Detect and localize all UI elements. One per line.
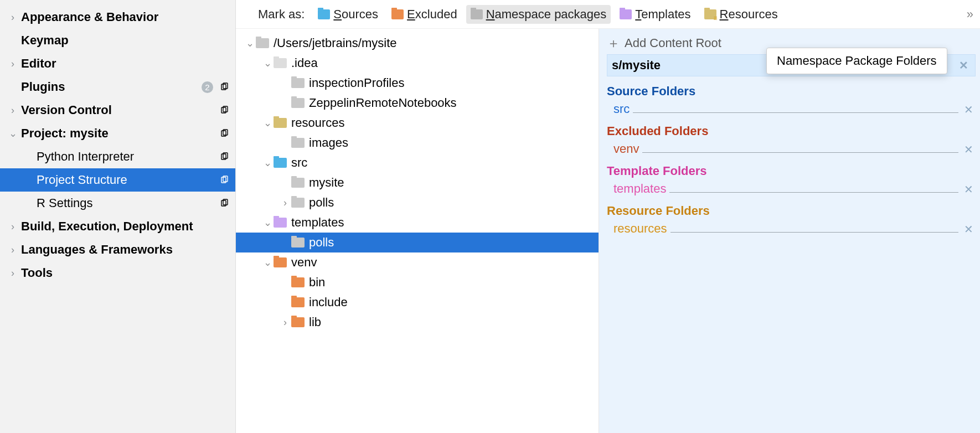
chevron-down-icon[interactable]: ⌄ bbox=[261, 117, 274, 129]
folder-entry[interactable]: venv✕ bbox=[607, 141, 976, 156]
folder-entry-name: templates bbox=[613, 182, 666, 196]
sidebar-item-project-structure[interactable]: Project Structure bbox=[0, 168, 235, 192]
tree-row-name: polls bbox=[309, 195, 334, 210]
chevron-down-icon[interactable]: ⌄ bbox=[261, 157, 274, 169]
folders-section: Source Folderssrc✕ bbox=[607, 84, 976, 116]
sidebar-item-label: Tools bbox=[21, 266, 230, 280]
tree-row[interactable]: ›lib bbox=[236, 312, 599, 332]
sidebar-item-label: Languages & Frameworks bbox=[21, 243, 230, 257]
tree-row-name: src bbox=[291, 156, 307, 170]
sidebar-item-label: Project: mysite bbox=[21, 126, 219, 141]
tree-row[interactable]: inspectionProfiles bbox=[236, 73, 599, 93]
remove-folder-icon[interactable]: ✕ bbox=[962, 183, 976, 196]
chevron-right-icon: › bbox=[4, 58, 21, 70]
folder-icon bbox=[274, 118, 287, 128]
tree-row[interactable]: ⌄.idea bbox=[236, 53, 599, 73]
remove-folder-icon[interactable]: ✕ bbox=[962, 103, 976, 116]
section-heading: Template Folders bbox=[607, 164, 976, 178]
folder-icon bbox=[291, 277, 305, 287]
mark-namespace-button[interactable]: Namespace packages bbox=[466, 5, 611, 24]
folder-icon bbox=[291, 98, 305, 108]
excluded-folder-icon bbox=[391, 9, 404, 19]
folder-entry[interactable]: templates✕ bbox=[607, 181, 976, 196]
tree-row[interactable]: ⌄resources bbox=[236, 113, 599, 133]
copy-icon bbox=[219, 128, 230, 139]
copy-icon bbox=[219, 198, 230, 209]
tree-row[interactable]: ›polls bbox=[236, 193, 599, 213]
tree-row[interactable]: images bbox=[236, 133, 599, 153]
tree-row[interactable]: ZeppelinRemoteNotebooks bbox=[236, 93, 599, 113]
chevron-right-icon: › bbox=[4, 105, 21, 116]
tree-row-name: ZeppelinRemoteNotebooks bbox=[309, 96, 457, 110]
sidebar-item-keymap[interactable]: Keymap bbox=[0, 29, 235, 52]
remove-folder-icon[interactable]: ✕ bbox=[962, 223, 976, 236]
tree-row-name: mysite bbox=[309, 176, 344, 190]
mark-resources-button[interactable]: Resources bbox=[700, 5, 782, 24]
copy-icon bbox=[219, 81, 230, 92]
tree-row[interactable]: bin bbox=[236, 272, 599, 292]
add-content-root-label: Add Content Root bbox=[625, 36, 721, 50]
tree-row[interactable]: ⌄venv bbox=[236, 252, 599, 272]
copy-icon bbox=[219, 105, 230, 116]
sidebar-item-project-mysite[interactable]: ⌄Project: mysite bbox=[0, 122, 235, 145]
sidebar-item-editor[interactable]: ›Editor bbox=[0, 52, 235, 75]
more-markers-icon[interactable]: » bbox=[967, 7, 973, 22]
folder-icon bbox=[291, 138, 305, 148]
sidebar-item-python-interpreter[interactable]: Python Interpreter bbox=[0, 145, 235, 168]
badge-count: 2 bbox=[202, 81, 213, 93]
sidebar-item-label: Appearance & Behavior bbox=[21, 10, 230, 24]
sidebar-item-appearance-behavior[interactable]: ›Appearance & Behavior bbox=[0, 6, 235, 29]
folders-section: Template Folderstemplates✕ bbox=[607, 164, 976, 196]
folder-icon bbox=[274, 257, 287, 267]
chevron-down-icon[interactable]: ⌄ bbox=[261, 216, 274, 229]
chevron-right-icon: › bbox=[4, 244, 21, 256]
directory-tree[interactable]: ⌄/Users/jetbrains/mysite⌄.ideainspection… bbox=[236, 29, 599, 433]
mark-sources-button[interactable]: Sources bbox=[313, 5, 383, 24]
tree-row-name: venv bbox=[291, 255, 317, 270]
chevron-right-icon: › bbox=[4, 221, 21, 233]
chevron-right-icon[interactable]: › bbox=[279, 197, 291, 209]
rule-line bbox=[670, 232, 958, 233]
tree-row[interactable]: ⌄/Users/jetbrains/mysite bbox=[236, 33, 599, 53]
main-panel: Mark as: Sources Excluded Namespace pack… bbox=[236, 0, 980, 433]
chevron-right-icon[interactable]: › bbox=[279, 317, 291, 328]
mark-excluded-button[interactable]: Excluded bbox=[387, 5, 462, 24]
tree-row[interactable]: ⌄src bbox=[236, 153, 599, 173]
mark-templates-button[interactable]: Templates bbox=[615, 5, 695, 24]
folders-section: Excluded Foldersvenv✕ bbox=[607, 124, 976, 156]
tree-row[interactable]: polls bbox=[236, 233, 599, 252]
tree-row-name: /Users/jetbrains/mysite bbox=[274, 36, 397, 50]
sidebar-item-languages-frameworks[interactable]: ›Languages & Frameworks bbox=[0, 238, 235, 261]
folders-section: Resource Foldersresources✕ bbox=[607, 204, 976, 236]
namespace-folder-icon bbox=[471, 9, 483, 19]
sidebar-item-plugins[interactable]: Plugins2 bbox=[0, 75, 235, 99]
tree-row-name: resources bbox=[291, 116, 345, 130]
folder-icon bbox=[256, 38, 269, 48]
folder-icon bbox=[291, 178, 305, 188]
section-heading: Source Folders bbox=[607, 84, 976, 99]
rule-line bbox=[642, 152, 958, 153]
sidebar-item-label: Build, Execution, Deployment bbox=[21, 219, 230, 234]
remove-folder-icon[interactable]: ✕ bbox=[962, 143, 976, 156]
folder-entry[interactable]: src✕ bbox=[607, 101, 976, 116]
settings-sidebar: ›Appearance & BehaviorKeymap›EditorPlugi… bbox=[0, 0, 236, 433]
folder-entry[interactable]: resources✕ bbox=[607, 220, 976, 236]
sidebar-item-tools[interactable]: ›Tools bbox=[0, 261, 235, 285]
content-roots-panel: ＋ Add Content Root s/mysite ✕ Source Fol… bbox=[599, 29, 980, 433]
remove-content-root-icon[interactable]: ✕ bbox=[957, 59, 971, 72]
tree-row[interactable]: include bbox=[236, 292, 599, 312]
sidebar-item-label: Editor bbox=[21, 56, 230, 71]
tree-row[interactable]: mysite bbox=[236, 173, 599, 193]
sidebar-item-version-control[interactable]: ›Version Control bbox=[0, 99, 235, 122]
sidebar-item-build-execution-deployment[interactable]: ›Build, Execution, Deployment bbox=[0, 215, 235, 238]
chevron-down-icon[interactable]: ⌄ bbox=[261, 57, 274, 69]
sidebar-item-r-settings[interactable]: R Settings bbox=[0, 192, 235, 215]
copy-icon bbox=[219, 151, 230, 162]
tree-row[interactable]: ⌄templates bbox=[236, 213, 599, 233]
content-root-path-text: s/mysite bbox=[612, 58, 661, 73]
chevron-down-icon[interactable]: ⌄ bbox=[244, 37, 256, 49]
sources-folder-icon bbox=[318, 9, 330, 19]
tree-row-name: lib bbox=[309, 315, 321, 329]
chevron-down-icon[interactable]: ⌄ bbox=[261, 256, 274, 269]
folder-entry-name: resources bbox=[613, 221, 667, 236]
